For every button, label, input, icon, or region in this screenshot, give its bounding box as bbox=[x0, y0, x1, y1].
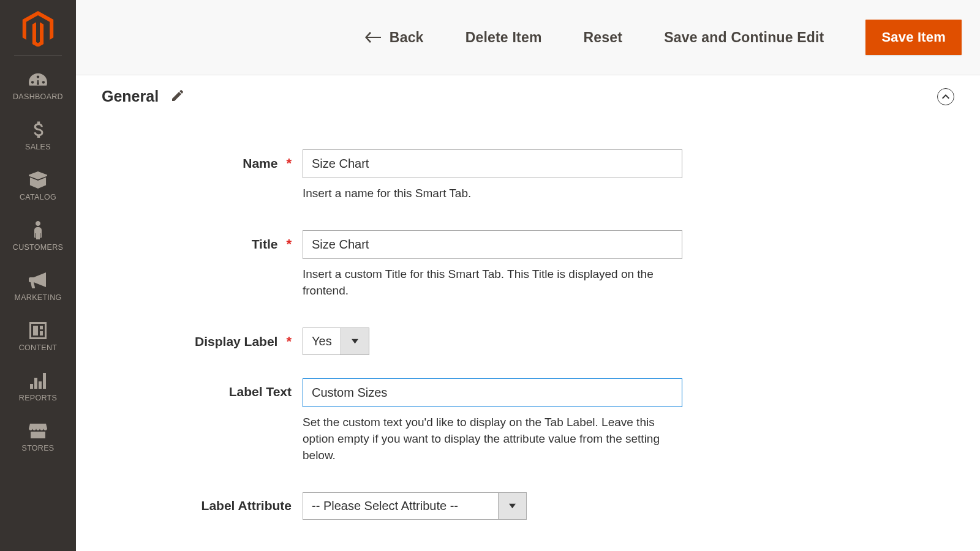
main-content: Back Delete Item Reset Save and Continue… bbox=[76, 0, 980, 551]
name-input[interactable] bbox=[303, 149, 682, 178]
form-row-title: Title * Insert a custom Title for this S… bbox=[102, 230, 954, 299]
back-button[interactable]: Back bbox=[365, 29, 424, 46]
sidebar-item-label: DASHBOARD bbox=[2, 92, 74, 101]
form-label: Name * bbox=[102, 149, 292, 171]
person-icon bbox=[2, 221, 74, 239]
bar-chart-icon bbox=[2, 372, 74, 390]
required-star: * bbox=[286, 334, 292, 350]
sidebar-item-marketing[interactable]: MARKETING bbox=[0, 263, 76, 313]
sidebar-item-reports[interactable]: REPORTS bbox=[0, 363, 76, 413]
field-note: Insert a name for this Smart Tab. bbox=[303, 186, 682, 202]
sidebar-item-content[interactable]: CONTENT bbox=[0, 313, 76, 363]
admin-sidebar: DASHBOARD SALES CATALOG CUSTOMERS MARKET… bbox=[0, 0, 76, 551]
select-value: -- Please Select Attribute -- bbox=[303, 493, 498, 519]
sidebar-item-label: CATALOG bbox=[2, 193, 74, 201]
storefront-icon bbox=[2, 422, 74, 440]
form-label: Label Text bbox=[102, 378, 292, 399]
general-section: General Name * Insert a name for this Sm… bbox=[76, 75, 980, 551]
required-star: * bbox=[286, 236, 292, 252]
pencil-icon[interactable] bbox=[172, 90, 183, 103]
form-row-label-attribute: Label Attribute -- Please Select Attribu… bbox=[102, 492, 954, 520]
sidebar-item-stores[interactable]: STORES bbox=[0, 413, 76, 463]
collapse-button[interactable] bbox=[937, 88, 954, 105]
label-attribute-select[interactable]: -- Please Select Attribute -- bbox=[303, 492, 527, 520]
form-row-name: Name * Insert a name for this Smart Tab. bbox=[102, 149, 954, 202]
name-label: Name bbox=[243, 156, 277, 171]
form-label: Display Label * bbox=[102, 328, 292, 350]
section-title: General bbox=[102, 88, 159, 105]
sidebar-item-label: MARKETING bbox=[2, 293, 74, 302]
reset-button[interactable]: Reset bbox=[584, 29, 623, 46]
sidebar-item-label: CONTENT bbox=[2, 343, 74, 352]
layout-icon bbox=[2, 321, 74, 340]
label-attribute-label: Label Attribute bbox=[202, 498, 292, 513]
label-text-input[interactable] bbox=[303, 378, 682, 407]
sidebar-item-label: STORES bbox=[2, 444, 74, 452]
required-star: * bbox=[286, 156, 292, 171]
delete-item-button[interactable]: Delete Item bbox=[466, 29, 542, 46]
chevron-up-icon bbox=[942, 93, 949, 100]
chevron-down-icon bbox=[498, 493, 526, 519]
chevron-down-icon bbox=[341, 328, 369, 354]
sidebar-item-customers[interactable]: CUSTOMERS bbox=[0, 212, 76, 263]
sidebar-item-sales[interactable]: SALES bbox=[0, 112, 76, 162]
magento-logo[interactable] bbox=[20, 11, 56, 47]
form-label: Title * bbox=[102, 230, 292, 252]
save-item-button[interactable]: Save Item bbox=[865, 20, 962, 55]
action-toolbar: Back Delete Item Reset Save and Continue… bbox=[76, 0, 980, 75]
megaphone-icon bbox=[2, 271, 74, 290]
sidebar-item-label: SALES bbox=[2, 143, 74, 151]
sidebar-item-label: REPORTS bbox=[2, 394, 74, 402]
box-icon bbox=[2, 171, 74, 189]
sidebar-item-catalog[interactable]: CATALOG bbox=[0, 162, 76, 212]
display-label-label: Display Label bbox=[195, 334, 277, 349]
title-label: Title bbox=[252, 237, 278, 252]
dollar-icon bbox=[2, 121, 74, 139]
label-text-label: Label Text bbox=[229, 384, 292, 399]
field-note: Insert a custom Title for this Smart Tab… bbox=[303, 266, 682, 299]
sidebar-divider bbox=[14, 55, 62, 56]
arrow-left-icon bbox=[365, 29, 381, 45]
sidebar-item-label: CUSTOMERS bbox=[2, 243, 74, 252]
form-label: Label Attribute bbox=[102, 492, 292, 513]
section-header: General bbox=[102, 88, 954, 105]
sidebar-item-dashboard[interactable]: DASHBOARD bbox=[0, 62, 76, 112]
title-input[interactable] bbox=[303, 230, 682, 259]
display-label-select[interactable]: Yes bbox=[303, 328, 369, 355]
select-value: Yes bbox=[303, 328, 341, 354]
save-continue-button[interactable]: Save and Continue Edit bbox=[664, 29, 824, 46]
dashboard-icon bbox=[2, 70, 74, 89]
field-note: Set the custom text you'd like to displa… bbox=[303, 414, 682, 464]
back-button-label: Back bbox=[390, 29, 424, 46]
form-row-label-text: Label Text Set the custom text you'd lik… bbox=[102, 378, 954, 464]
form-row-display-label: Display Label * Yes bbox=[102, 328, 954, 355]
